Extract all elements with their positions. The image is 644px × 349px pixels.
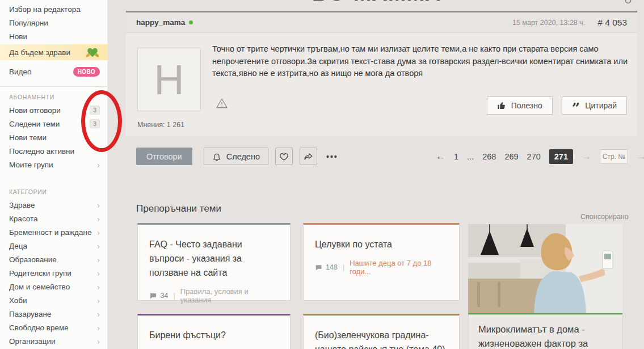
recommended-heading: Препоръчани теми <box>136 203 221 215</box>
post-body: Точно от трите чертички тръгвам,но там м… <box>212 43 632 80</box>
page-link-1[interactable]: 1 <box>454 152 458 161</box>
quote-label: Цитирай <box>585 101 617 110</box>
sidebar-item-new-topics[interactable]: Нови теми <box>0 131 107 144</box>
sidebar-category-children[interactable]: Деца <box>0 239 107 253</box>
recommended-card-faq[interactable]: FAQ - Често задавани въпроси - указания … <box>137 223 291 301</box>
card-meta: 148 | Нашите деца от 7 до 18 годи... <box>315 259 448 276</box>
sidebar-category-hobby[interactable]: Хоби <box>0 293 107 307</box>
followed-button[interactable]: Следено <box>204 148 268 165</box>
sidebar-category-education[interactable]: Образование <box>0 253 107 266</box>
sidebar-item-new-replies[interactable]: Нови отговори 3 <box>0 103 107 117</box>
chevron-right-icon <box>97 296 100 305</box>
page-link-270[interactable]: 270 <box>527 152 541 161</box>
sidebar-item-followed-topics[interactable]: Следени теми 3 <box>0 117 107 131</box>
chevron-right-icon <box>97 283 100 291</box>
chevron-right-icon <box>97 228 100 237</box>
post-author[interactable]: happy_mama <box>136 18 185 27</box>
recommended-card-garden[interactable]: (Био)зеленчукова градина- нашето райско … <box>303 314 460 349</box>
page-link-269[interactable]: 269 <box>504 152 518 161</box>
sidebar-category-parent-groups[interactable]: Родителски групи <box>0 266 107 280</box>
sidebar-item-label: Деца <box>9 242 27 250</box>
sidebar-item-editor-choice[interactable]: Избор на редактора <box>0 2 107 16</box>
kitchen-thermostat-photo <box>468 224 622 313</box>
more-options-button[interactable]: ••• <box>326 152 338 161</box>
post-header: happy_mama 15 март 2020, 13:28 ч. # 4 05… <box>126 12 637 33</box>
prev-page-arrow[interactable]: ← <box>436 151 445 162</box>
count-badge: 3 <box>90 119 100 128</box>
post-number[interactable]: # 4 053 <box>597 18 627 28</box>
sidebar-item-be-healthy[interactable]: Да бъдем здрави <box>0 44 107 60</box>
card-title: FAQ - Често задавани въпроси - указания … <box>149 237 279 280</box>
sidebar-item-label: Красота <box>9 215 38 223</box>
header-user-icon[interactable] <box>624 0 632 3</box>
sidebar-category-home-family[interactable]: Дом и семейство <box>0 280 107 293</box>
categories-header: КАТЕГОРИИ <box>0 171 107 198</box>
sidebar-item-label: Пазаруване <box>9 310 51 318</box>
sidebar-item-label: Следени теми <box>9 120 60 128</box>
chevron-right-icon <box>97 269 100 277</box>
sponsored-image[interactable] <box>468 224 622 314</box>
recommended-card-peanuts[interactable]: Бирени фъстъци? 7 | Клюкарник <box>137 314 291 349</box>
card-title: Бирени фъстъци? <box>149 328 279 342</box>
post-count-label: Мнения: 1 261 <box>137 121 184 129</box>
chevron-right-icon <box>97 242 100 250</box>
sponsored-card[interactable]: Микроклиматът в дома - жизненоважен факт… <box>468 314 622 349</box>
quote-button[interactable]: ” Цитирай <box>562 96 627 115</box>
sidebar-item-label: Родителски групи <box>9 269 71 277</box>
sidebar-category-pregnancy[interactable]: Бременност и раждане <box>0 225 107 239</box>
sidebar-item-label: Да бъдем здрави <box>9 48 70 57</box>
bell-icon <box>212 152 221 161</box>
pagination: ← 1 ... 268 269 270 271 → → <box>436 148 644 165</box>
share-button[interactable] <box>300 148 317 165</box>
sidebar-item-label: Избор на редактора <box>9 5 81 14</box>
sidebar-category-organizations[interactable]: Организации <box>0 334 107 348</box>
forum-post: happy_mama 15 март 2020, 13:28 ч. # 4 05… <box>126 11 637 136</box>
card-title: (Био)зеленчукова градина- нашето райско … <box>315 328 448 349</box>
useful-label: Полезно <box>511 101 542 110</box>
sidebar-category-beauty[interactable]: Красота <box>0 212 107 225</box>
sidebar-category-health[interactable]: Здраве <box>0 198 107 212</box>
comments-count: 148 <box>326 263 338 271</box>
comments-count: 34 <box>161 292 169 300</box>
site-logo: BG-MAMMA <box>312 0 443 5</box>
sidebar-subscriptions: Нови отговори 3 Следени теми 3 Нови теми… <box>0 103 107 171</box>
heart-icon <box>279 152 289 161</box>
page-link-268[interactable]: 268 <box>482 152 496 161</box>
sidebar-item-label: Образование <box>9 255 57 264</box>
go-to-page-arrow-disabled: → <box>637 151 644 162</box>
sidebar-item-label: Дом и семейство <box>9 283 70 291</box>
site-logo-text: BG-MAMMA <box>312 0 441 5</box>
report-warning-icon[interactable] <box>216 98 228 109</box>
sidebar-item-label: Хоби <box>9 296 27 305</box>
sidebar-item-label: Популярни <box>9 19 48 27</box>
sidebar-category-free-time[interactable]: Свободно време <box>0 321 107 334</box>
sidebar-item-label: Нови <box>9 32 27 41</box>
recommended-card-kisses[interactable]: Целувки по устата 148 | Нашите деца от 7… <box>303 223 460 301</box>
chevron-right-icon <box>97 201 100 209</box>
sidebar-item-new[interactable]: Нови <box>0 30 107 43</box>
favorite-button[interactable] <box>275 148 293 165</box>
page-ellipsis: ... <box>467 152 474 161</box>
sidebar-item-popular[interactable]: Популярни <box>0 16 107 30</box>
card-category-link[interactable]: Правила, условия и указания <box>180 287 279 304</box>
sidebar-item-my-groups[interactable]: Моите групи <box>0 158 107 171</box>
reply-button[interactable]: Отговори <box>136 148 192 165</box>
sidebar-top-menu: Избор на редактора Популярни Нови Да бъд… <box>0 0 107 78</box>
avatar[interactable]: H <box>137 48 201 111</box>
leaf-heart-icon <box>85 47 100 58</box>
sidebar-category-shopping[interactable]: Пазаруване <box>0 307 107 321</box>
card-category-link[interactable]: Нашите деца от 7 до 18 годи... <box>350 259 448 276</box>
sidebar-item-label: Видео <box>9 68 31 76</box>
share-arrow-icon <box>304 152 313 161</box>
post-actions: Полезно ” Цитирай <box>487 96 627 115</box>
chevron-right-icon <box>97 310 100 318</box>
chevron-right-icon <box>97 323 100 332</box>
meta-separator: | <box>174 292 175 300</box>
sidebar-item-label: Нови теми <box>9 133 47 142</box>
sidebar-item-last-active[interactable]: Последно активни <box>0 144 107 158</box>
sidebar-item-label: Здраве <box>9 201 35 209</box>
avatar-letter: H <box>154 56 184 104</box>
page-number-input[interactable] <box>600 149 628 164</box>
useful-button[interactable]: Полезно <box>487 96 553 115</box>
sidebar-item-video[interactable]: Видео НОВО <box>0 65 107 78</box>
